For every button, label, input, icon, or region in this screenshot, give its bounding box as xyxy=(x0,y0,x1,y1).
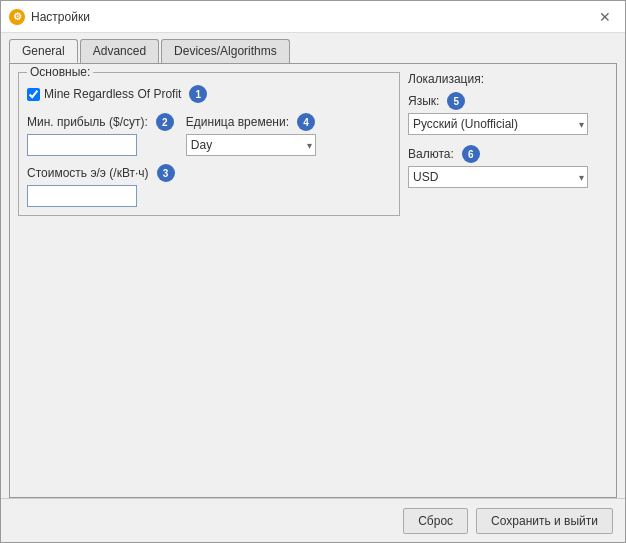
language-select[interactable]: Русский (Unofficial) English xyxy=(408,113,588,135)
language-label: Язык: xyxy=(408,94,439,108)
badge-1: 1 xyxy=(189,85,207,103)
group-content: Mine Regardless Of Profit 1 Мин. прибыль… xyxy=(27,85,391,207)
close-button[interactable]: ✕ xyxy=(593,5,617,29)
language-label-row: Язык: 5 xyxy=(408,92,608,110)
electricity-group: Стоимость э/э (/кВт·ч) 3 0.0000 xyxy=(27,164,391,207)
right-panel: Локализация: Язык: 5 Русский (Unofficial… xyxy=(408,72,608,489)
title-bar-left: ⚙ Настройки xyxy=(9,9,90,25)
currency-group: Валюта: 6 USD EUR BTC ▾ xyxy=(408,145,608,188)
min-profit-label: Мин. прибыль ($/сут): xyxy=(27,115,148,129)
min-profit-group: Мин. прибыль ($/сут): 2 0.00 xyxy=(27,113,174,156)
currency-label: Валюта: xyxy=(408,147,454,161)
currency-select-wrapper: USD EUR BTC ▾ xyxy=(408,166,588,188)
language-group: Язык: 5 Русский (Unofficial) English ▾ xyxy=(408,92,608,135)
content-area: Основные: Mine Regardless Of Profit 1 Ми… xyxy=(9,63,617,498)
save-button[interactable]: Сохранить и выйти xyxy=(476,508,613,534)
badge-3: 3 xyxy=(157,164,175,182)
electricity-input[interactable]: 0.0000 xyxy=(27,185,137,207)
tab-devices[interactable]: Devices/Algorithms xyxy=(161,39,290,63)
reset-button[interactable]: Сброс xyxy=(403,508,468,534)
currency-label-row: Валюта: 6 xyxy=(408,145,608,163)
tab-advanced[interactable]: Advanced xyxy=(80,39,159,63)
electricity-label-row: Стоимость э/э (/кВт·ч) 3 xyxy=(27,164,391,182)
currency-select[interactable]: USD EUR BTC xyxy=(408,166,588,188)
language-select-wrapper: Русский (Unofficial) English ▾ xyxy=(408,113,588,135)
mine-regardless-label: Mine Regardless Of Profit xyxy=(44,87,181,101)
tab-bar: General Advanced Devices/Algorithms xyxy=(1,33,625,63)
electricity-label: Стоимость э/э (/кВт·ч) xyxy=(27,166,149,180)
badge-6: 6 xyxy=(462,145,480,163)
mine-regardless-checkbox[interactable] xyxy=(27,88,40,101)
left-panel: Основные: Mine Regardless Of Profit 1 Ми… xyxy=(18,72,400,489)
localization-title: Локализация: xyxy=(408,72,608,86)
time-unit-select-wrapper: Day Hour Week ▾ xyxy=(186,134,316,156)
title-bar: ⚙ Настройки ✕ xyxy=(1,1,625,33)
badge-4: 4 xyxy=(297,113,315,131)
tab-general[interactable]: General xyxy=(9,39,78,63)
min-profit-label-row: Мин. прибыль ($/сут): 2 xyxy=(27,113,174,131)
time-unit-group: Единица времени: 4 Day Hour Week ▾ xyxy=(186,113,316,156)
time-unit-select[interactable]: Day Hour Week xyxy=(186,134,316,156)
profit-time-row: Мин. прибыль ($/сут): 2 0.00 Единица вре… xyxy=(27,113,391,156)
group-title: Основные: xyxy=(27,65,93,79)
footer-bar: Сброс Сохранить и выйти xyxy=(1,498,625,542)
window-title: Настройки xyxy=(31,10,90,24)
mine-regardless-row: Mine Regardless Of Profit 1 xyxy=(27,85,391,103)
min-profit-input[interactable]: 0.00 xyxy=(27,134,137,156)
time-unit-label: Единица времени: xyxy=(186,115,289,129)
badge-2: 2 xyxy=(156,113,174,131)
basics-group: Основные: Mine Regardless Of Profit 1 Ми… xyxy=(18,72,400,216)
settings-window: ⚙ Настройки ✕ General Advanced Devices/A… xyxy=(0,0,626,543)
time-unit-label-row: Единица времени: 4 xyxy=(186,113,316,131)
app-icon: ⚙ xyxy=(9,9,25,25)
badge-5: 5 xyxy=(447,92,465,110)
